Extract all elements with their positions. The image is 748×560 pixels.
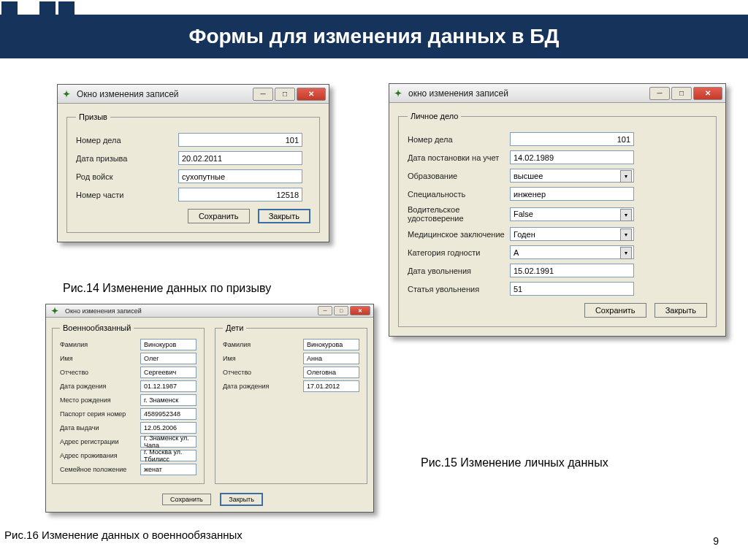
case-no-label: Номер дела <box>76 136 178 145</box>
window-priziv: ✦ Окно изменения записей ─ □ ✕ Призыв Но… <box>57 84 329 242</box>
window-title: окно изменения записей <box>408 88 649 99</box>
minimize-button[interactable]: ─ <box>318 306 332 315</box>
c-dob-label: Дата рождения <box>223 383 303 390</box>
dis-date-label: Дата увольнения <box>408 266 510 275</box>
edu-combo[interactable]: высшее <box>510 169 634 183</box>
save-button[interactable]: Сохранить <box>584 303 646 318</box>
license-combo[interactable]: False <box>510 207 634 221</box>
p-res-label: Адрес проживания <box>60 452 140 459</box>
case-no-field[interactable]: 101 <box>178 133 302 147</box>
c-name-label: Имя <box>223 355 303 362</box>
minimize-button[interactable]: ─ <box>253 88 273 101</box>
p-surname-field[interactable]: Винокуров <box>140 339 196 350</box>
group-a-label: Военнообязанный <box>60 323 134 332</box>
group-b-label: Дети <box>223 323 246 332</box>
maximize-button[interactable]: □ <box>275 88 295 101</box>
c-surname-field[interactable]: Винокурова <box>303 339 359 350</box>
p-pob-label: Место рождения <box>60 396 140 404</box>
maximize-button[interactable]: □ <box>671 87 692 100</box>
cat-label: Категория годности <box>408 248 510 257</box>
c-patr-field[interactable]: Олеговна <box>303 367 359 378</box>
group-lichnoe-delo: Личное дело Номер дела101 Дата постановк… <box>398 112 717 327</box>
c-name-field[interactable]: Анна <box>303 353 359 364</box>
p-surname-label: Фамилия <box>60 341 140 348</box>
p-name-label: Имя <box>60 355 140 362</box>
group-label: Личное дело <box>408 112 461 120</box>
license-label: Водительское удостоверение <box>408 205 510 223</box>
p-res-field[interactable]: г. Москва ул. Тбилисс <box>140 450 196 461</box>
save-button[interactable]: Сохранить <box>162 494 211 505</box>
slide-title: Формы для изменения данных в БД <box>0 15 748 58</box>
branch-label: Род войск <box>76 172 178 181</box>
p-mar-label: Семейное положение <box>60 466 140 473</box>
p-reg-label: Адрес регистрации <box>60 438 140 445</box>
med-combo[interactable]: Годен <box>510 227 634 241</box>
group-children: Дети ФамилияВинокурова ИмяАнна ОтчествоО… <box>215 323 367 484</box>
p-patr-label: Отчество <box>60 369 140 376</box>
fig16-caption: Рис.16 Изменение данных о военнообязанны… <box>4 529 243 541</box>
fig15-caption: Рис.15 Изменение личных данных <box>421 456 608 469</box>
p-pass-label: Паспорт серия номер <box>60 410 140 418</box>
dis-date-field[interactable]: 15.02.1991 <box>510 264 634 277</box>
page-number: 9 <box>713 535 719 547</box>
c-surname-label: Фамилия <box>223 341 303 348</box>
draft-date-label: Дата призыва <box>76 154 178 163</box>
p-reg-field[interactable]: г. Знаменск ул. Чапа <box>140 436 196 448</box>
p-mar-field[interactable]: женат <box>140 464 196 475</box>
window-title: Окно изменения записей <box>65 307 318 315</box>
spec-field[interactable]: инженер <box>510 187 634 201</box>
group-priziv: Призыв Номер дела 101 Дата призыва 20.02… <box>66 112 320 233</box>
p-name-field[interactable]: Олег <box>140 353 196 364</box>
titlebar: ✦ Окно изменения записей ─ □ ✕ <box>58 85 329 104</box>
case-no-field[interactable]: 101 <box>510 132 634 146</box>
save-button[interactable]: Сохранить <box>188 209 250 223</box>
p-idate-label: Дата выдачи <box>60 424 140 431</box>
branch-field[interactable]: сухопутные <box>178 169 302 183</box>
app-icon: ✦ <box>392 88 404 99</box>
c-dob-field[interactable]: 17.01.2012 <box>303 380 359 392</box>
close-button[interactable]: ✕ <box>350 306 370 315</box>
p-dob-field[interactable]: 01.12.1987 <box>140 380 196 392</box>
p-dob-label: Дата рождения <box>60 383 140 390</box>
group-label: Призыв <box>76 112 110 121</box>
window-voennoobyaz: ✦ Окно изменения записей ─ □ ✕ Военнообя… <box>45 304 374 513</box>
close-button[interactable]: ✕ <box>693 87 722 100</box>
dis-art-field[interactable]: 51 <box>510 282 634 296</box>
edu-label: Образование <box>408 172 510 180</box>
c-patr-label: Отчество <box>223 369 303 376</box>
close-form-button[interactable]: Закрыть <box>220 493 263 506</box>
reg-date-label: Дата постановки на учет <box>408 153 510 162</box>
app-icon: ✦ <box>61 88 72 100</box>
draft-date-field[interactable]: 20.02.2011 <box>178 151 302 165</box>
dis-art-label: Статья увольнения <box>408 285 510 294</box>
reg-date-field[interactable]: 14.02.1989 <box>510 150 634 164</box>
spec-label: Специальность <box>408 190 510 199</box>
p-pob-field[interactable]: г. Знаменск <box>140 394 196 406</box>
maximize-button[interactable]: □ <box>334 306 348 315</box>
p-patr-field[interactable]: Сергеевич <box>140 367 196 378</box>
group-person: Военнообязанный ФамилияВинокуров ИмяОлег… <box>52 323 205 484</box>
minimize-button[interactable]: ─ <box>649 87 670 100</box>
titlebar: ✦ окно изменения записей ─ □ ✕ <box>389 84 725 103</box>
app-icon: ✦ <box>49 305 61 317</box>
fig14-caption: Рис.14 Изменение данных по призыву <box>63 282 271 295</box>
close-button[interactable]: ✕ <box>297 88 326 101</box>
window-lichnoe-delo: ✦ окно изменения записей ─ □ ✕ Личное де… <box>389 83 726 337</box>
close-form-button[interactable]: Закрыть <box>258 209 310 223</box>
p-pass-field[interactable]: 4589952348 <box>140 408 196 420</box>
case-no-label: Номер дела <box>408 135 510 144</box>
med-label: Медицинское заключение <box>408 230 510 239</box>
titlebar: ✦ Окно изменения записей ─ □ ✕ <box>46 304 373 318</box>
cat-combo[interactable]: А <box>510 245 634 259</box>
unit-label: Номер части <box>76 191 178 199</box>
unit-field[interactable]: 12518 <box>178 188 302 202</box>
window-title: Окно изменения записей <box>77 89 253 99</box>
close-form-button[interactable]: Закрыть <box>654 303 707 318</box>
p-idate-field[interactable]: 12.05.2006 <box>140 422 196 434</box>
